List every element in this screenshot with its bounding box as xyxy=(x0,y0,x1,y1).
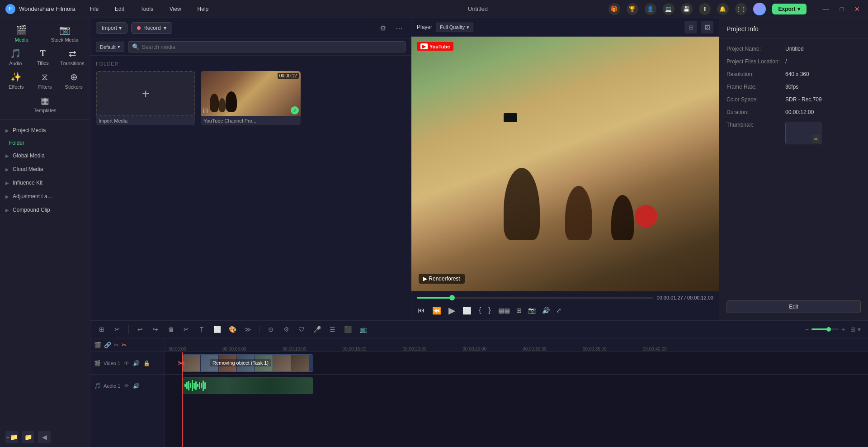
audio-icon[interactable]: 🔊 xyxy=(132,359,141,367)
menu-edit[interactable]: Edit xyxy=(111,4,128,14)
user-icon[interactable]: 👤 xyxy=(645,3,656,15)
import-thumb[interactable]: + xyxy=(96,71,195,116)
nav-cloud-media[interactable]: ▶ Cloud Media xyxy=(0,162,90,176)
collapse-button[interactable]: ◀ xyxy=(38,431,51,443)
upload-icon[interactable]: ⬆ xyxy=(699,3,711,15)
nav-compound-clip[interactable]: ▶ Compound Clip xyxy=(0,203,90,217)
stabilize-icon[interactable]: 🛡 xyxy=(296,323,307,335)
minimize-button[interactable]: — xyxy=(820,5,832,14)
effects-button[interactable]: ≫ xyxy=(242,323,254,335)
grid-icon[interactable]: ⋮⋮ xyxy=(735,3,747,15)
fullscreen-button[interactable]: ⤢ xyxy=(555,306,562,315)
menu-help[interactable]: Help xyxy=(194,4,212,14)
caption-icon[interactable]: ☰ xyxy=(326,323,338,335)
tool-stock-media[interactable]: 📷 Stock Media xyxy=(47,22,82,45)
import-button[interactable]: Import ▾ xyxy=(96,22,127,34)
notification-icon[interactable]: 🔔 xyxy=(717,3,729,15)
picture-in-picture[interactable]: ⬛ xyxy=(342,323,354,335)
device-icon[interactable]: 💻 xyxy=(663,3,675,15)
maximize-button[interactable]: □ xyxy=(837,5,846,14)
cut-button[interactable]: ✂ xyxy=(180,323,192,335)
text-button[interactable]: T xyxy=(196,323,208,335)
trophy-icon[interactable]: 🏆 xyxy=(627,3,638,15)
nav-adjustment[interactable]: ▶ Adjustment La... xyxy=(0,190,90,203)
new-folder-button[interactable]: 📁 xyxy=(22,431,34,443)
record-button[interactable]: Record ▾ xyxy=(131,22,172,34)
eye-icon[interactable]: 👁 xyxy=(123,382,130,390)
layout-button[interactable]: ⊞ ▾ xyxy=(849,325,863,334)
filter-icon[interactable]: ⚙ xyxy=(377,22,389,34)
menu-tools[interactable]: Tools xyxy=(137,4,157,14)
step-back-button[interactable]: ⏮ xyxy=(417,305,426,315)
voice-icon[interactable]: 🎤 xyxy=(311,323,323,335)
screencap-icon[interactable]: 📺 xyxy=(357,323,369,335)
zoom-slider[interactable] xyxy=(811,328,839,330)
zoom-in-icon[interactable]: + xyxy=(841,326,845,333)
sort-button[interactable]: Default ▾ xyxy=(96,42,124,52)
nav-project-media[interactable]: ▶ Project Media xyxy=(0,124,90,137)
tool-filters[interactable]: ⧖ Filters xyxy=(31,69,58,92)
nav-folder[interactable]: Folder xyxy=(0,137,90,149)
image-view-button[interactable]: 🖼 xyxy=(701,21,713,33)
snapshot-button[interactable]: 📷 xyxy=(527,306,537,315)
mark-out-button[interactable]: } xyxy=(487,305,491,315)
import-media-item[interactable]: + Import Media xyxy=(96,71,195,125)
select-tool[interactable]: ⊞ xyxy=(96,323,108,335)
speed-icon[interactable]: ⚙ xyxy=(280,323,292,335)
multi-view-button[interactable]: ▤▤ xyxy=(497,306,511,315)
tool-effects[interactable]: ✨ Effects xyxy=(3,69,30,92)
crop-button[interactable]: ⬜ xyxy=(462,305,472,316)
zoom-out-icon[interactable]: − xyxy=(805,326,809,333)
lock-icon[interactable]: 🔒 xyxy=(142,359,151,367)
tool-media[interactable]: 🎬 Media xyxy=(8,22,35,45)
close-button[interactable]: ✕ xyxy=(852,5,863,14)
export-button[interactable]: Export ▾ xyxy=(772,4,807,14)
motion-icon[interactable]: ⊙ xyxy=(265,323,277,335)
save-icon[interactable]: 💾 xyxy=(681,3,693,15)
delete-button[interactable]: 🗑 xyxy=(165,323,177,335)
nav-influence-kit[interactable]: ▶ Influence Kit xyxy=(0,176,90,190)
tool-templates[interactable]: ▦ Templates xyxy=(30,92,60,116)
thumbnail-edit-icon[interactable]: ✏ xyxy=(812,135,820,143)
tool-titles[interactable]: T Titles xyxy=(29,46,57,68)
add-folder-button[interactable]: +📁 xyxy=(5,431,18,443)
progress-bar[interactable] xyxy=(417,297,653,299)
menu-file[interactable]: File xyxy=(86,4,102,14)
tool-filters-label: Filters xyxy=(38,84,52,90)
cut-track-icon[interactable]: ✂ xyxy=(114,342,119,348)
play-button[interactable]: ▶ xyxy=(448,304,456,317)
crop-button[interactable]: ⬜ xyxy=(211,323,223,335)
tool-stickers-label: Stickers xyxy=(65,84,83,90)
grid-view-button[interactable]: ⊞ xyxy=(684,21,697,33)
mark-in-button[interactable]: { xyxy=(478,305,482,315)
undo-button[interactable]: ↩ xyxy=(134,323,146,335)
search-input[interactable] xyxy=(142,44,401,50)
audio-icon[interactable]: 🔊 xyxy=(132,382,141,390)
menu-view[interactable]: View xyxy=(166,4,185,14)
frame-back-button[interactable]: ⏪ xyxy=(431,305,442,316)
tool-transitions[interactable]: ⇄ Transitions xyxy=(57,45,88,69)
redo-button[interactable]: ↪ xyxy=(150,323,161,335)
quality-select[interactable]: Full Quality ▾ xyxy=(436,23,473,32)
video-clip[interactable]: Removing object (Task 1) xyxy=(182,354,313,372)
zoom-thumb[interactable] xyxy=(826,327,831,332)
link-track-icon[interactable]: 🔗 xyxy=(104,342,111,348)
add-video-track-icon[interactable]: 🎬 xyxy=(94,342,101,348)
volume-button[interactable]: 🔊 xyxy=(541,306,551,315)
more-options-icon[interactable]: ⋯ xyxy=(393,22,406,34)
color-button[interactable]: 🎨 xyxy=(226,323,238,335)
trim-tool[interactable]: ✂ xyxy=(111,323,123,335)
edit-button[interactable]: Edit xyxy=(726,300,861,313)
tool-stickers[interactable]: ⊕ Stickers xyxy=(60,69,87,92)
video-preview: ▶ YouTube ▶ Renderforest xyxy=(411,37,719,291)
eye-icon[interactable]: 👁 xyxy=(123,359,130,367)
expand-button[interactable]: ⊞ xyxy=(515,306,523,315)
youtube-promo-item[interactable]: 00:00:12 ✓ 🎞 YouTube Channel Pro... xyxy=(201,71,300,125)
gift-icon[interactable]: 🎁 xyxy=(609,3,620,15)
progress-thumb[interactable] xyxy=(449,295,455,300)
avatar[interactable] xyxy=(753,3,766,15)
nav-compound-label: Compound Clip xyxy=(13,207,50,213)
nav-global-media[interactable]: ▶ Global Media xyxy=(0,149,90,162)
speed-track-icon[interactable]: ✂ xyxy=(122,342,127,348)
tool-audio[interactable]: 🎵 Audio xyxy=(2,45,29,69)
